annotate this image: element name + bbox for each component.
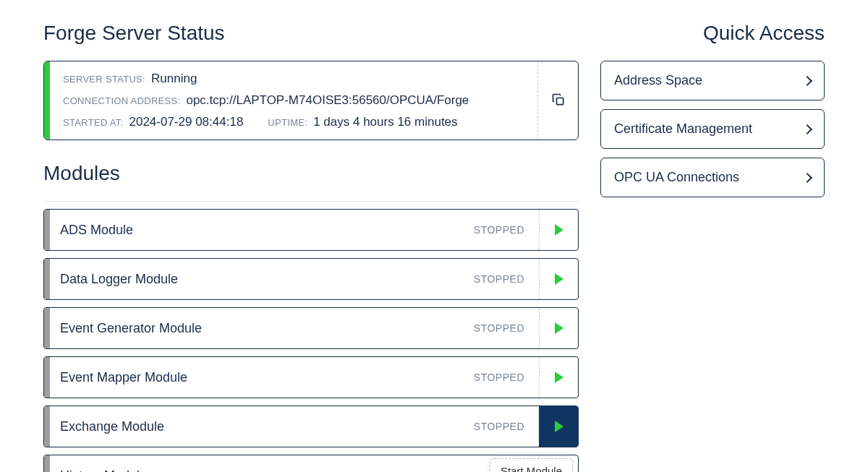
started-at-value: 2024-07-29 08:44:18 <box>129 115 243 129</box>
module-body: Event Mapper ModuleSTOPPED <box>50 357 539 398</box>
module-status-text: STOPPED <box>474 372 524 383</box>
modules-divider <box>43 201 579 202</box>
quick-access-item[interactable]: OPC UA Connections <box>600 158 825 197</box>
module-status-indicator <box>44 259 50 299</box>
connection-address-label: CONNECTION ADDRESS: <box>63 95 180 106</box>
modules-list: ADS ModuleSTOPPEDData Logger ModuleSTOPP… <box>43 209 579 472</box>
module-name: History Module <box>60 468 147 473</box>
started-at-label: STARTED AT: <box>63 117 123 128</box>
server-status-card: SERVER STATUS: Running CONNECTION ADDRES… <box>43 61 579 140</box>
module-row[interactable]: Data Logger ModuleSTOPPED <box>43 258 579 300</box>
module-status-text: STOPPED <box>474 322 524 334</box>
play-icon <box>555 224 563 236</box>
play-icon <box>555 273 563 285</box>
uptime-value: 1 days 4 hours 16 minutes <box>313 115 457 129</box>
start-module-tooltip: Start Module <box>490 458 573 472</box>
module-status-indicator <box>44 308 50 348</box>
svg-rect-0 <box>556 98 563 104</box>
module-row[interactable]: ADS ModuleSTOPPED <box>43 209 579 251</box>
quick-access-item[interactable]: Certificate Management <box>600 109 825 149</box>
module-name: Event Mapper Module <box>60 370 187 385</box>
module-status-text: STOPPED <box>474 273 524 285</box>
quick-access-list: Address SpaceCertificate ManagementOPC U… <box>600 61 825 197</box>
module-name: Exchange Module <box>60 419 164 434</box>
module-body: Event Generator ModuleSTOPPED <box>50 308 539 348</box>
play-icon <box>555 372 563 383</box>
module-row[interactable]: Exchange ModuleSTOPPED <box>43 406 579 447</box>
connection-address-value: opc.tcp://LAPTOP-M74OISE3:56560/OPCUA/Fo… <box>186 93 469 108</box>
chevron-right-icon <box>802 172 812 182</box>
chevron-right-icon <box>802 124 812 134</box>
modules-title: Modules <box>43 162 579 185</box>
quick-access-item[interactable]: Address Space <box>600 61 825 100</box>
quick-access-label: Certificate Management <box>614 121 752 137</box>
module-status-indicator <box>44 455 50 472</box>
server-status-indicator <box>44 61 50 140</box>
module-body: History ModuleSTOPPED <box>50 455 539 472</box>
module-status-text: STOPPED <box>474 421 524 432</box>
start-module-button[interactable] <box>539 308 578 348</box>
start-module-button[interactable] <box>539 210 578 250</box>
start-module-button[interactable] <box>539 357 578 398</box>
module-status-indicator <box>44 210 50 250</box>
module-body: ADS ModuleSTOPPED <box>50 210 539 250</box>
server-status-title: Forge Server Status <box>43 22 579 45</box>
module-name: Data Logger Module <box>60 272 178 287</box>
module-status-text: STOPPED <box>474 224 524 236</box>
module-name: ADS Module <box>60 223 133 238</box>
module-status-indicator <box>44 357 50 398</box>
module-body: Exchange ModuleSTOPPED <box>50 406 539 447</box>
module-row[interactable]: Event Generator ModuleSTOPPED <box>43 307 579 349</box>
module-name: Event Generator Module <box>60 321 202 336</box>
play-icon <box>555 421 563 432</box>
copy-address-button[interactable] <box>547 88 570 113</box>
start-module-button[interactable] <box>539 259 578 299</box>
uptime-label: UPTIME: <box>268 117 307 128</box>
module-row[interactable]: Event Mapper ModuleSTOPPED <box>43 356 579 398</box>
module-body: Data Logger ModuleSTOPPED <box>50 259 539 299</box>
play-icon <box>555 322 563 334</box>
quick-access-title: Quick Access <box>600 22 825 45</box>
server-status-value: Running <box>151 72 197 86</box>
copy-icon <box>551 93 566 107</box>
server-status-label: SERVER STATUS: <box>63 74 145 85</box>
module-status-indicator <box>44 406 50 447</box>
chevron-right-icon <box>802 75 812 85</box>
quick-access-label: OPC UA Connections <box>614 170 739 185</box>
quick-access-label: Address Space <box>614 73 702 88</box>
start-module-button[interactable] <box>539 406 578 447</box>
